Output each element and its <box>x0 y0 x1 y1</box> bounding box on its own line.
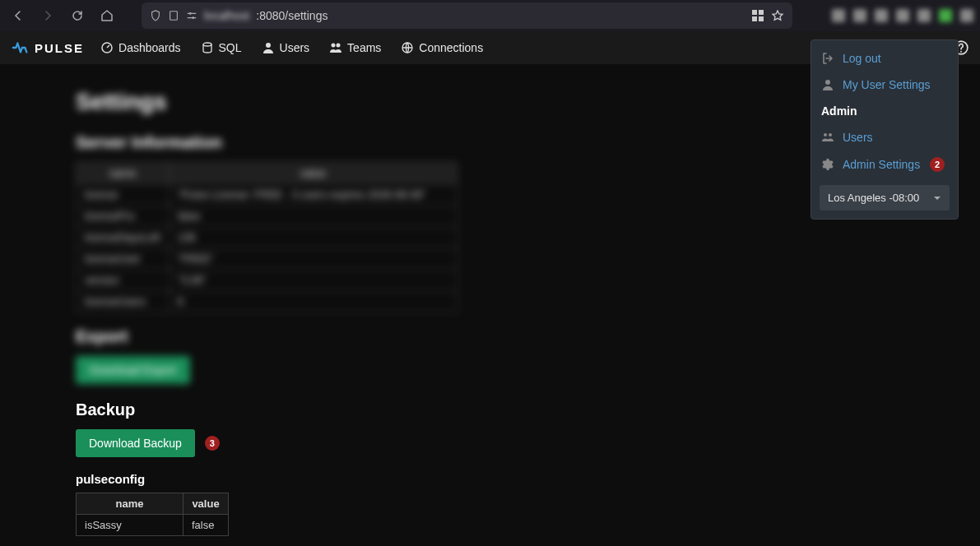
logo[interactable]: PULSE <box>12 39 84 57</box>
forward-button[interactable] <box>36 4 59 27</box>
svg-rect-3 <box>752 10 757 15</box>
nav-label: Teams <box>347 41 381 54</box>
svg-point-19 <box>829 133 832 136</box>
team-icon <box>329 41 342 54</box>
svg-point-8 <box>203 43 211 46</box>
table-header: name <box>77 163 170 184</box>
table-row: license"Pulse License: FREE - 3 users ex… <box>77 184 457 206</box>
nav-dashboards[interactable]: Dashboards <box>100 41 181 54</box>
badge-step-3: 3 <box>205 436 220 451</box>
export-heading: Export <box>76 327 980 346</box>
svg-point-11 <box>337 44 341 48</box>
table-header: value <box>183 493 229 515</box>
table-row: isSassyfalse <box>77 515 229 536</box>
url-suffix: :8080/settings <box>256 9 327 22</box>
svg-rect-5 <box>752 16 757 21</box>
table-row: version"3.09" <box>77 270 457 291</box>
user-icon <box>262 41 275 54</box>
reload-button[interactable] <box>66 4 89 27</box>
svg-rect-6 <box>759 16 764 21</box>
nav-users[interactable]: Users <box>262 41 310 54</box>
timezone-select[interactable]: Los Angeles -08:00 <box>820 185 950 211</box>
table-row: licenseDaysLeft138 <box>77 227 457 248</box>
page-icon <box>168 10 179 21</box>
svg-rect-4 <box>759 10 764 15</box>
table-row: licenseUsers6 <box>77 291 457 312</box>
svg-point-9 <box>266 43 271 48</box>
tune-icon <box>186 10 197 21</box>
gear-icon <box>821 158 834 171</box>
nav-sql[interactable]: SQL <box>201 41 242 54</box>
backup-heading: Backup <box>76 400 980 419</box>
dropdown-logout[interactable]: Log out <box>811 45 958 72</box>
svg-point-10 <box>332 44 336 48</box>
table-header: name <box>77 493 183 515</box>
svg-point-18 <box>824 133 827 136</box>
nav-connections[interactable]: Connections <box>401 41 483 54</box>
nav-teams[interactable]: Teams <box>329 41 381 54</box>
browser-extensions-blurred <box>832 9 973 22</box>
nav-label: SQL <box>219 41 242 54</box>
dropdown-admin-settings[interactable]: Admin Settings 2 <box>811 150 958 178</box>
logout-icon <box>821 52 834 65</box>
pulseconfig-heading: pulseconfig <box>76 472 980 486</box>
gauge-icon <box>100 41 114 54</box>
database-icon <box>201 41 214 54</box>
user-dropdown-menu: Log out My User Settings Admin Users Adm… <box>810 39 959 220</box>
svg-point-1 <box>189 12 192 15</box>
logo-text: PULSE <box>35 41 84 55</box>
dropdown-label: Admin Settings <box>843 158 920 171</box>
backup-button-row: Download Backup 3 <box>76 429 980 457</box>
download-backup-button[interactable]: Download Backup <box>76 429 195 457</box>
shield-icon <box>150 10 161 21</box>
url-bar[interactable]: localhost :8080/settings <box>142 2 792 29</box>
dropdown-label: My User Settings <box>843 78 931 91</box>
pulseconfig-table: name value isSassyfalse <box>76 493 229 536</box>
dropdown-users[interactable]: Users <box>811 124 958 150</box>
nav-items: Dashboards SQL Users Teams Connections <box>100 41 483 54</box>
table-row: licenseUser"FREE" <box>77 248 457 270</box>
nav-label: Users <box>280 41 310 54</box>
globe-icon <box>401 41 414 54</box>
timezone-value: Los Angeles -08:00 <box>828 192 919 204</box>
badge-step-2: 2 <box>930 157 945 172</box>
qr-icon[interactable] <box>751 9 764 22</box>
back-button[interactable] <box>7 4 30 27</box>
server-info-table: name value license"Pulse License: FREE -… <box>76 162 457 312</box>
nav-label: Dashboards <box>118 41 181 54</box>
svg-rect-0 <box>170 12 178 21</box>
svg-point-17 <box>825 80 830 85</box>
users-icon <box>821 131 834 144</box>
dropdown-section-admin: Admin <box>811 98 958 124</box>
nav-label: Connections <box>419 41 483 54</box>
browser-chrome: localhost :8080/settings <box>0 0 980 31</box>
svg-point-2 <box>192 16 194 19</box>
dropdown-my-settings[interactable]: My User Settings <box>811 72 958 98</box>
logo-icon <box>12 39 30 57</box>
url-host-blurred: localhost <box>204 9 249 22</box>
bookmark-icon[interactable] <box>771 9 784 22</box>
home-button[interactable] <box>95 4 118 27</box>
download-export-button[interactable]: Download Export <box>76 356 190 384</box>
user-icon <box>821 78 834 91</box>
caret-down-icon <box>933 194 941 202</box>
dropdown-label: Log out <box>843 52 881 65</box>
table-row: licenseProfalse <box>77 206 457 227</box>
dropdown-label: Users <box>843 131 873 144</box>
table-header: value <box>169 163 457 184</box>
